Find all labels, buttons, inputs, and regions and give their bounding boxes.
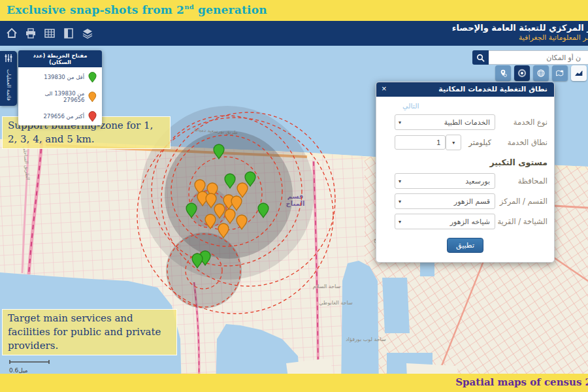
navbar: الجهاز المركزي للتعبئة العامة والإحصاء ب… <box>0 21 588 46</box>
service-type-select[interactable]: الخدمات الطبية ▾ <box>395 114 495 130</box>
svg-text:ساحة لوب بورفؤاد: ساحة لوب بورفؤاد <box>346 336 386 342</box>
table-icon[interactable] <box>44 27 56 39</box>
scale-bar: 0.6ميل <box>9 355 51 374</box>
svg-text:ساحة الغابوطي: ساحة الغابوطي <box>319 300 353 306</box>
sliders-icon <box>4 54 13 63</box>
district-value: قسم الزهور <box>404 197 495 206</box>
locator-icon <box>498 68 508 78</box>
basemap-tool-button[interactable] <box>552 65 568 81</box>
search-bar <box>472 50 588 65</box>
globe-tool-button[interactable] <box>533 65 549 81</box>
green-pin-icon <box>88 71 97 83</box>
search-input[interactable] <box>489 50 588 65</box>
range-unit-label: كيلومتر <box>465 138 495 147</box>
legend-item-label: أكثر من 279656 <box>43 113 84 120</box>
print-icon[interactable] <box>25 27 37 39</box>
range-value-input[interactable] <box>395 135 446 150</box>
target-annotation: Target main services and facilities for … <box>2 309 177 355</box>
chevron-down-icon: ▾ <box>395 199 404 204</box>
dialog-title: نطاق التغطية للخدمات المكانية <box>438 85 547 93</box>
governorate-row: المحافظة بورسعيد ▾ <box>383 173 547 189</box>
side-tab-label: قائمة العمليات <box>6 67 12 103</box>
agency-name: الجهاز المركزي للتعبئة العامة والإحصاء <box>452 23 588 33</box>
chevron-down-icon: ▾ <box>395 178 404 184</box>
globe-icon <box>536 68 546 78</box>
legend-item-label: أقل من 139830 <box>44 74 84 80</box>
search-button[interactable] <box>472 50 489 65</box>
chevron-down-icon: ▾ <box>452 140 455 146</box>
apply-button[interactable]: تطبيق <box>447 238 483 253</box>
next-link[interactable]: التالي <box>383 102 547 110</box>
scale-line <box>9 359 51 365</box>
service-range-row: نطاق الخدمة كيلومتر ▾ <box>383 135 547 150</box>
service-type-row: نوع الخدمة الخدمات الطبية ▾ <box>383 114 547 130</box>
search-icon <box>476 54 485 62</box>
village-select[interactable]: شياخه الزهور ▾ <box>395 214 495 229</box>
legend-item-mid: من 139830 الى 279656 <box>18 86 102 106</box>
buffer-target-icon <box>517 68 527 78</box>
governorate-label: المحافظة <box>495 176 547 186</box>
legend-item-low: أقل من 139830 <box>18 67 102 86</box>
map-legend: مفتاح الخريطة (عدد السكان) أقل من 139830… <box>18 50 102 125</box>
report-icon[interactable] <box>63 27 74 39</box>
operations-side-tab[interactable]: قائمة العمليات <box>0 51 17 106</box>
legend-title: مفتاح الخريطة (عدد السكان) <box>18 50 102 67</box>
district-select[interactable]: قسم الزهور ▾ <box>395 193 495 209</box>
map-toolbar <box>495 65 587 81</box>
chart-icon <box>574 68 584 78</box>
nav-icons <box>6 27 93 39</box>
legend-item-high: أكثر من 279656 <box>18 106 102 125</box>
dialog-header: × نطاق التغطية للخدمات المكانية <box>376 82 554 97</box>
red-pin-icon <box>88 110 97 122</box>
legend-item-label: من 139830 الى 279656 <box>24 90 84 103</box>
scale-label: 0.6ميل <box>9 367 51 374</box>
layers-icon[interactable] <box>82 27 93 39</box>
footer-caption: Spatial maps of census 2 <box>455 376 588 388</box>
chevron-down-icon: ▾ <box>395 219 404 225</box>
route-map-icon <box>555 68 565 78</box>
village-row: الشياخة / القرية شياخه الزهور ▾ <box>383 214 547 229</box>
chart-tool-button[interactable] <box>571 65 587 81</box>
village-value: شياخه الزهور <box>404 218 495 226</box>
footer-strip: Spatial maps of census 2 <box>0 374 588 392</box>
svg-text:ساحة السلام: ساحة السلام <box>313 284 341 289</box>
service-type-label: نوع الخدمة <box>495 118 547 127</box>
chevron-down-icon: ▾ <box>395 120 404 125</box>
banner-title-sup: nd <box>184 3 194 10</box>
close-icon[interactable]: × <box>382 84 387 94</box>
governorate-select[interactable]: بورسعيد ▾ <box>395 173 495 189</box>
service-range-label: نطاق الخدمة <box>495 138 547 147</box>
coverage-dialog: × نطاق التغطية للخدمات المكانية التالي ن… <box>376 82 555 263</box>
buffer-tool-button[interactable] <box>514 65 530 81</box>
locator-tool-button[interactable] <box>495 65 511 81</box>
banner-title: Exclusive snap-shots from 2nd generation <box>0 0 588 16</box>
dialog-body: التالي نوع الخدمة الخدمات الطبية ▾ نطاق … <box>376 97 554 262</box>
zoom-section-title: مستوى التكبير <box>383 157 547 167</box>
orange-pin-icon <box>88 91 97 103</box>
village-label: الشياخة / القرية <box>495 217 547 226</box>
district-row: القسم / المركز قسم الزهور ▾ <box>383 193 547 209</box>
governorate-value: بورسعيد <box>404 177 495 186</box>
service-type-value: الخدمات الطبية <box>404 118 495 127</box>
agency-titles: الجهاز المركزي للتعبئة العامة والإحصاء ب… <box>452 23 588 42</box>
top-banner: Exclusive snap-shots from 2nd generation <box>0 0 588 21</box>
home-icon[interactable] <box>6 27 18 39</box>
district-label: القسم / المركز <box>495 197 547 206</box>
portal-name: بوابة مصر المعلوماتية الجغرافية <box>452 33 588 42</box>
range-unit-select[interactable]: ▾ <box>446 135 461 150</box>
